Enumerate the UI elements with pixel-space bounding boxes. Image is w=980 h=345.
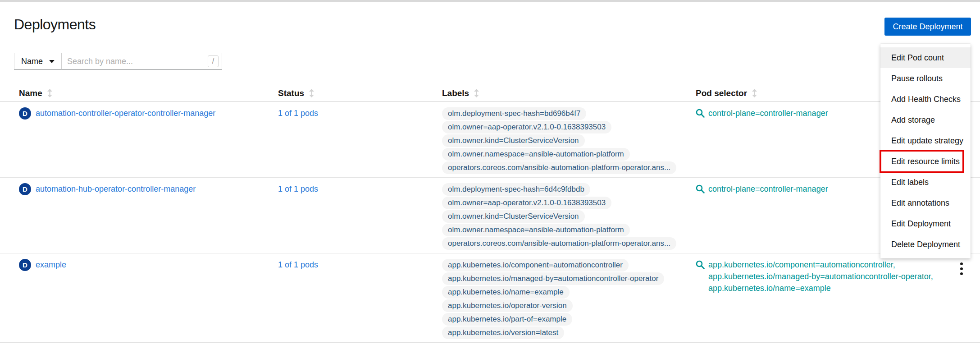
search-icon <box>696 107 705 121</box>
label-chip[interactable]: olm.owner.kind=ClusterServiceVersion <box>442 210 585 223</box>
menu-item-edit-labels[interactable]: Edit labels <box>880 172 971 193</box>
filter-type-label: Name <box>21 57 43 66</box>
label-chip[interactable]: olm.deployment-spec-hash=bd696b4f7 <box>442 107 586 120</box>
label-chip[interactable]: olm.owner=aap-operator.v2.1.0-0.16383935… <box>442 197 611 209</box>
search-icon <box>696 259 705 272</box>
deployment-badge: D <box>19 259 31 271</box>
label-chip[interactable]: olm.owner=aap-operator.v2.1.0-0.16383935… <box>442 121 611 133</box>
column-header-status[interactable]: Status <box>278 88 442 98</box>
sort-arrows-icon <box>47 89 53 97</box>
menu-item-pause-rollouts[interactable]: Pause rollouts <box>880 68 971 89</box>
deployment-badge: D <box>19 183 31 195</box>
pods-status-link[interactable]: 1 of 1 pods <box>278 184 318 193</box>
table-row: D example 1 of 1 pods app.kubernetes.io/… <box>0 253 980 343</box>
deployments-page: Deployments Create Deployment Name / Nam… <box>0 0 980 345</box>
sort-arrows-icon <box>309 89 315 97</box>
label-chip[interactable]: app.kubernetes.io/version=latest <box>442 327 564 339</box>
table-row: D automation-hub-operator-controller-man… <box>0 178 980 253</box>
menu-item-add-health-checks[interactable]: Add Health Checks <box>880 89 971 110</box>
label-chip[interactable]: operators.coreos.com/ansible-automation-… <box>442 161 676 174</box>
menu-item-add-storage[interactable]: Add storage <box>880 110 971 130</box>
label-chip[interactable]: operators.coreos.com/ansible-automation-… <box>442 237 676 250</box>
label-chip[interactable]: app.kubernetes.io/component=automationco… <box>442 259 629 271</box>
create-deployment-button[interactable]: Create Deployment <box>884 18 971 36</box>
search-icon <box>696 183 705 197</box>
deployment-name-link[interactable]: automation-hub-operator-controller-manag… <box>36 183 196 195</box>
menu-item-edit-pod-count[interactable]: Edit Pod count <box>880 47 971 68</box>
label-chip[interactable]: olm.deployment-spec-hash=6d4c9fdbdb <box>442 183 590 196</box>
filter-toolbar: Name / <box>14 53 222 70</box>
search-field-wrap: / <box>62 53 222 70</box>
label-chip[interactable]: olm.owner.kind=ClusterServiceVersion <box>442 134 585 147</box>
row-actions-menu: Edit Pod count Pause rollouts Add Health… <box>880 44 971 258</box>
page-title: Deployments <box>14 16 96 33</box>
column-header-name[interactable]: Name <box>19 88 278 98</box>
deployment-name-link[interactable]: example <box>36 259 66 271</box>
kebab-icon[interactable] <box>957 262 966 278</box>
filter-type-dropdown[interactable]: Name <box>14 53 62 70</box>
pod-selector-link[interactable]: app.kubernetes.io/component=automationco… <box>696 259 980 342</box>
table-row: D automation-controller-operator-control… <box>0 102 980 178</box>
sort-arrows-icon <box>752 89 757 97</box>
menu-item-edit-resource-limits[interactable]: Edit resource limits <box>880 151 971 172</box>
menu-item-edit-annotations[interactable]: Edit annotations <box>880 193 971 213</box>
table-header: Name Status Labels Pod selector <box>0 85 980 102</box>
deployment-name-link[interactable]: automation-controller-operator-controlle… <box>36 107 215 120</box>
pods-status-link[interactable]: 1 of 1 pods <box>278 109 318 118</box>
label-chip[interactable]: olm.owner.namespace=ansible-automation-p… <box>442 224 630 236</box>
menu-item-edit-deployment[interactable]: Edit Deployment <box>880 213 971 234</box>
column-header-labels[interactable]: Labels <box>442 88 696 98</box>
menu-item-delete-deployment[interactable]: Delete Deployment <box>880 234 971 255</box>
table-body: D automation-controller-operator-control… <box>0 102 980 343</box>
label-chip[interactable]: olm.owner.namespace=ansible-automation-p… <box>442 148 630 161</box>
sort-arrows-icon <box>474 89 479 97</box>
deployment-badge: D <box>19 107 31 120</box>
label-chip[interactable]: app.kubernetes.io/name=example <box>442 286 570 299</box>
search-input[interactable] <box>62 53 222 70</box>
label-chip[interactable]: app.kubernetes.io/operator-version <box>442 299 573 312</box>
label-chip[interactable]: app.kubernetes.io/part-of=example <box>442 313 572 326</box>
keyboard-shortcut-badge: / <box>208 55 219 67</box>
top-divider <box>0 0 980 2</box>
caret-down-icon <box>49 60 55 63</box>
pods-status-link[interactable]: 1 of 1 pods <box>278 260 318 269</box>
label-chip[interactable]: app.kubernetes.io/managed-by=automationc… <box>442 272 664 285</box>
menu-item-edit-update-strategy[interactable]: Edit update strategy <box>880 130 971 151</box>
